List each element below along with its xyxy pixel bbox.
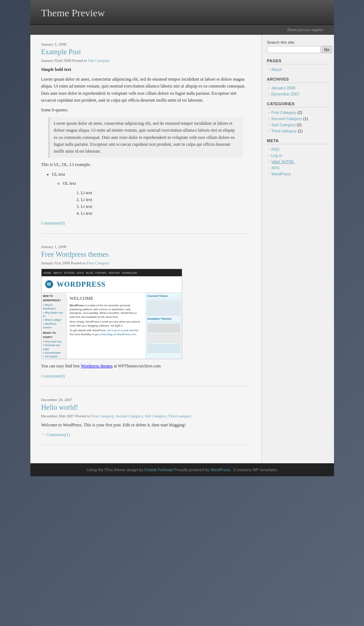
wp-welcome-heading: WELCOME: [70, 295, 143, 302]
post-title-link-1[interactable]: Example Post: [41, 48, 81, 56]
cat-count: (1): [303, 116, 308, 121]
list-item: Sub Category (2): [267, 123, 329, 127]
post-example: January 2, 2008 Example Post January 02n…: [41, 42, 250, 234]
archives-list: January 2008 December 2007: [267, 86, 329, 96]
sidebar-cat-third[interactable]: Third category: [271, 129, 297, 133]
search-button[interactable]: Go: [322, 46, 332, 53]
sidebar-meta: META RSS Log in Valid XHTML XFN: [267, 139, 329, 176]
sidebar-meta-wordpress[interactable]: WordPress: [271, 172, 291, 176]
wp-available-item-1: [147, 324, 180, 333]
post-date-1: January 2, 2008: [41, 42, 250, 46]
post-bold-text: Simple bold text: [41, 67, 71, 72]
sidebar-cat-second[interactable]: Second Category: [271, 116, 302, 121]
comments-link-1[interactable]: Comments(0): [41, 221, 250, 226]
list-item: RSS: [267, 147, 329, 152]
wp-current-theme-title: Current Theme: [147, 294, 180, 300]
categories-list: First Category (2) Second Category (1) S…: [267, 110, 329, 133]
post-title-1: Example Post: [41, 48, 250, 56]
comments-link-2[interactable]: Comments(0): [41, 374, 250, 379]
sidebar: Search this site: Go PAGES About ARCHIVE…: [262, 35, 334, 463]
footer-text: Using the fTiny theme design by: [87, 468, 144, 472]
post-cat-link-third[interactable]: Third category: [168, 414, 192, 418]
post-body-text-2: You can easy find free Wordpress themes …: [41, 363, 250, 370]
search-input[interactable]: [267, 46, 321, 53]
nested-list: OL text Li text Li text Li text Li text: [63, 180, 250, 217]
list-item: Valid XHTML: [267, 159, 329, 164]
wp-available-title: Available Themes: [147, 317, 180, 323]
post-cat-link-second[interactable]: Second Category: [116, 414, 143, 418]
sidebar-cat-first[interactable]: First Category: [271, 110, 296, 115]
wp-intro-text: WordPress is a state-of-the-art semantic…: [70, 304, 143, 319]
post-meta-3: December 26th 2007 Posted to First Categ…: [41, 414, 250, 418]
meta-heading: META: [267, 139, 329, 144]
cat-count: (1): [298, 129, 303, 133]
post-category-link-2[interactable]: First Category: [87, 261, 110, 265]
sidebar-archive-dec2007[interactable]: December 2007: [271, 92, 300, 96]
wp-available-item-3: [147, 344, 180, 353]
post-meta-1: January 02nd 2008 Posted to Sub Category: [41, 58, 250, 63]
post-cat-link-sub[interactable]: Sub Category: [145, 414, 166, 418]
wp-theme-item: [147, 301, 180, 315]
sidebar-meta-login[interactable]: Log in: [271, 153, 282, 158]
wp-main-area: WELCOME WordPress is a state-of-the-art …: [67, 293, 146, 359]
sidebar-meta-xfn[interactable]: XFN: [271, 166, 279, 170]
cat-count: (2): [297, 110, 302, 115]
site-header: Theme Preview: [30, 0, 334, 25]
wp-available-item-2: [147, 334, 180, 343]
wp-left-sidebar: NEW TO WORDPRESS? » What is WordPress?» …: [42, 293, 67, 359]
post-title-3: Hello world!: [41, 403, 250, 412]
post-hello-world: December 26, 2007 Hello world! December …: [41, 397, 250, 445]
post-wordpress-themes: January 1, 2008 Free Wordpress themes Ja…: [41, 244, 250, 386]
meta-list: RSS Log in Valid XHTML XFN WordPress: [267, 147, 329, 176]
list-item: Third category (1): [267, 129, 329, 133]
post-title-link-2[interactable]: Free Wordpress themes: [41, 250, 109, 258]
sidebar-item-about[interactable]: About: [271, 67, 282, 72]
post-title-link-3[interactable]: Hello world!: [41, 403, 78, 411]
footer-wp-link[interactable]: WordPress: [210, 468, 230, 472]
sidebar-archive-jan2008[interactable]: January 2008: [271, 86, 296, 90]
ul-list: UL text OL text Li text Li text Li text …: [52, 171, 250, 217]
sidebar-archives: ARCHIVES January 2008 December 2007: [267, 77, 329, 96]
sidebar-cat-sub[interactable]: Sub Category: [271, 123, 296, 127]
wp-nav-bar: HOME ABOUT EXTEND DOCS BLOG FORUMS HOSTI…: [42, 269, 182, 276]
post-category-link-1[interactable]: Sub Category: [88, 58, 110, 63]
footer-designer-link[interactable]: Fredrik Fahlstad: [145, 468, 173, 472]
post-date-3: December 26, 2007: [41, 397, 250, 402]
post-meta-2: January 01st 2008 Posted to First Catego…: [41, 261, 250, 265]
sidebar-categories: CATEGORIES First Category (2) Second Cat…: [267, 102, 329, 133]
tagline-bar: Theme preview tagline: [30, 25, 334, 35]
post-content-2: HOME ABOUT EXTEND DOCS BLOG FORUMS HOSTI…: [41, 269, 250, 370]
post-blockquote-1: Lorem ipsum dolor sit amet, consectetur …: [48, 117, 243, 158]
post-content-1: Simple bold text Lorem ipsum dolor sit a…: [41, 66, 250, 217]
post-date-2: January 1, 2008: [41, 244, 250, 249]
post-content-3: Welcome to WordPress. This is your first…: [41, 422, 250, 429]
list-item: First Category (2): [267, 110, 329, 115]
list-item: Second Category (1): [267, 116, 329, 121]
pages-list: About: [267, 67, 329, 72]
cat-count: (2): [297, 123, 301, 127]
wp-logo-icon: W: [45, 280, 53, 288]
wp-logo-text: WORDPRESS: [57, 278, 106, 290]
list-item: About: [267, 67, 329, 72]
post-cat-link-first[interactable]: First Category: [91, 414, 114, 418]
post-title-2: Free Wordpress themes: [41, 250, 250, 259]
wordpress-screenshot: HOME ABOUT EXTEND DOCS BLOG FORUMS HOSTI…: [41, 269, 182, 359]
list-item: December 2007: [267, 92, 329, 96]
main-content: January 2, 2008 Example Post January 02n…: [30, 35, 262, 463]
wp-more-text: More simply, WordPress is what you use w…: [70, 320, 143, 328]
search-box: Search this site: Go: [267, 40, 329, 53]
sidebar-pages: PAGES About: [267, 59, 329, 72]
sidebar-meta-rss[interactable]: RSS: [271, 147, 280, 152]
wp-header: W WORDPRESS: [42, 276, 182, 293]
footer-templates: , 3 columns WP templates: [231, 468, 278, 472]
pages-heading: PAGES: [267, 59, 329, 64]
wp-content: NEW TO WORDPRESS? » What is WordPress?» …: [42, 293, 182, 359]
list-item: Log in: [267, 153, 329, 158]
list-item: XFN: [267, 166, 329, 170]
site-title: Theme Preview: [41, 7, 323, 19]
comments-link-3[interactable]: ☞ Comments(1): [41, 432, 250, 438]
sidebar-meta-xhtml[interactable]: Valid XHTML: [271, 159, 295, 164]
archives-heading: ARCHIVES: [267, 77, 329, 83]
ol-list: Li text Li text Li text Li text: [81, 189, 250, 217]
wordpress-themes-link[interactable]: Wordpress themes: [81, 363, 113, 369]
